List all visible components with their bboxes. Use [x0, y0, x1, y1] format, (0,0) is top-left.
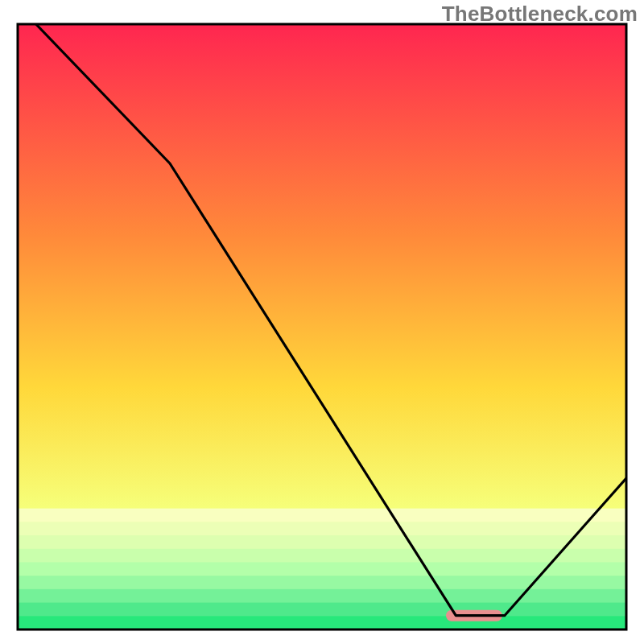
band: [18, 509, 626, 522]
band: [18, 603, 626, 617]
bottleneck-chart: TheBottleneck.com: [0, 0, 644, 644]
horizontal-bands: [18, 509, 626, 630]
band: [18, 562, 626, 576]
band: [18, 549, 626, 563]
chart-svg: [0, 0, 644, 644]
band: [18, 522, 626, 535]
band: [18, 535, 626, 549]
band: [18, 616, 626, 630]
band: [18, 589, 626, 603]
watermark-text: TheBottleneck.com: [442, 2, 638, 27]
